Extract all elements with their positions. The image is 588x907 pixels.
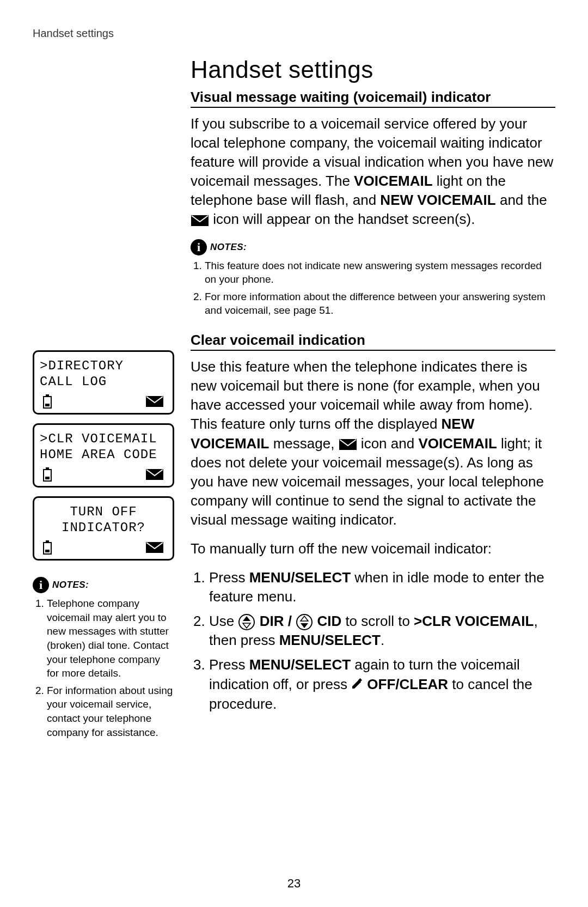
screen-line: CALL LOG <box>40 374 167 389</box>
info-icon: i <box>191 239 207 255</box>
handset-screen-clr-voicemail: >CLR VOICEMAIL HOME AREA CODE <box>33 423 174 488</box>
text-bold: VOICEMAIL <box>354 173 432 189</box>
text-smallcaps: OFF <box>367 676 395 692</box>
battery-icon <box>43 394 52 409</box>
svg-rect-6 <box>45 477 50 479</box>
svg-marker-18 <box>301 616 308 621</box>
text-smallcaps: SELECT <box>295 569 351 586</box>
svg-marker-19 <box>301 623 308 628</box>
screen-line: INDICATOR? <box>40 520 167 535</box>
down-arrow-icon <box>296 613 313 631</box>
paragraph: To manually turn off the new voicemail i… <box>191 539 555 558</box>
svg-rect-2 <box>45 404 50 406</box>
battery-icon <box>43 540 52 555</box>
screen-line: >DIRECTORY <box>40 358 167 373</box>
envelope-icon <box>145 468 164 480</box>
battery-icon <box>43 467 52 482</box>
step-item: Press MENU/SELECT when in idle mode to e… <box>209 568 555 606</box>
text: Use this feature when the telephone indi… <box>191 358 540 432</box>
envelope-icon <box>339 439 357 451</box>
text: icon and <box>361 435 419 452</box>
text-bold: CID <box>317 613 341 629</box>
text-smallcaps: MENU <box>249 656 291 673</box>
text-bold: >CLR VOICEMAIL <box>414 613 534 629</box>
text-bold: DIR / <box>260 613 296 629</box>
notes-label: NOTES: <box>52 580 89 591</box>
step-item: Press MENU/SELECT again to turn the voic… <box>209 655 555 714</box>
text-bold: NEW VOICEMAIL <box>380 192 495 208</box>
text-bold: VOICEMAIL <box>418 435 497 452</box>
text-bold: /CLEAR <box>395 676 448 692</box>
svg-marker-15 <box>243 616 250 621</box>
text: Use <box>209 613 238 629</box>
screen-line: HOME AREA CODE <box>40 447 167 462</box>
text: icon will appear on the handset screen(s… <box>213 211 475 227</box>
text: and the <box>496 192 547 208</box>
note-item: For more information about the differenc… <box>205 290 555 318</box>
text: to scroll to <box>341 613 414 629</box>
note-item: For information about using your voicema… <box>47 684 174 740</box>
paragraph: Use this feature when the telephone indi… <box>191 357 555 529</box>
breadcrumb: Handset settings <box>33 27 555 40</box>
note-item: This feature does not indicate new answe… <box>205 259 555 287</box>
text-bold: MENU/ <box>249 569 295 586</box>
notes-right-block: i NOTES: This feature does not indicate … <box>191 239 555 318</box>
screen-line: TURN OFF <box>40 504 167 519</box>
notes-label: NOTES: <box>210 242 247 253</box>
svg-marker-16 <box>243 623 250 628</box>
paragraph: If you subscribe to a voicemail service … <box>191 114 555 229</box>
text: Press <box>209 656 249 673</box>
handset-screen-directory: >DIRECTORY CALL LOG <box>33 350 174 415</box>
section-heading-clear-vm: Clear voicemail indication <box>191 332 555 351</box>
text-bold: /SELECT <box>291 656 351 673</box>
notes-left-block: i NOTES: Telephone company voicemail may… <box>33 577 174 739</box>
step-item: Use DIR / CID to scroll to >CLR VOICEMAI… <box>209 612 555 650</box>
page-title: Handset settings <box>191 56 555 83</box>
info-icon: i <box>33 577 49 593</box>
handset-screen-turn-off: TURN OFF INDICATOR? <box>33 496 174 561</box>
pencil-icon <box>351 675 363 695</box>
text-smallcaps: MENU/SELECT <box>279 632 381 648</box>
envelope-icon <box>145 541 164 553</box>
svg-rect-10 <box>45 550 50 552</box>
envelope-icon <box>191 215 209 227</box>
steps-list: Press MENU/SELECT when in idle mode to e… <box>191 568 555 714</box>
page-number: 23 <box>0 876 588 891</box>
text: . <box>381 632 384 648</box>
section-heading-vmwi: Visual message waiting (voicemail) indic… <box>191 89 555 108</box>
screen-line: >CLR VOICEMAIL <box>40 431 167 446</box>
text: message, <box>269 435 338 452</box>
up-arrow-icon <box>238 613 255 631</box>
text: Press <box>209 569 249 586</box>
envelope-icon <box>145 395 164 407</box>
note-item: Telephone company voicemail may alert yo… <box>47 596 174 680</box>
